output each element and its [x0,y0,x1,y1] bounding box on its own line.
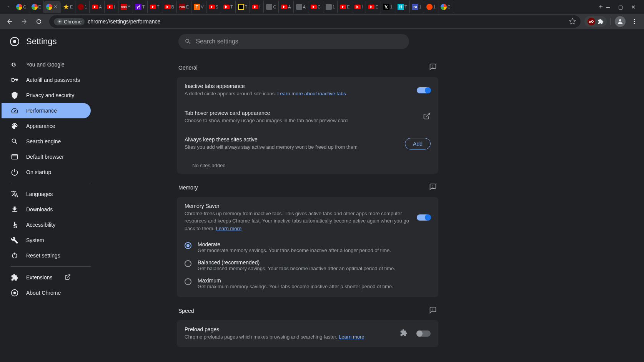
browser-tab[interactable]: T [236,1,250,13]
radio-button[interactable] [185,260,191,267]
memory-option-maximum[interactable]: MaximumGet maximum memory savings. Your … [177,274,438,292]
sidebar-item-default-browser[interactable]: Default browser [2,149,91,164]
browser-tab[interactable]: I [352,1,366,13]
tab-label: 1 [333,5,335,9]
sidebar-item-system[interactable]: System [2,232,91,248]
window-controls: ─ ▢ ✕ [606,4,641,10]
browser-tab[interactable]: y!T [133,1,148,13]
maximize-button[interactable]: ▢ [618,4,623,10]
address-bar[interactable]: Chrome chrome://settings/performance [49,15,581,28]
tab-label: 1 [390,5,393,9]
browser-tab[interactable]: HT [395,1,410,13]
browser-tab[interactable]: E [61,1,75,13]
browser-tab[interactable]: C [438,1,453,13]
browser-tab[interactable]: TV [191,1,206,13]
tab-label: E [347,5,349,9]
sidebar-item-you-and-google[interactable]: GYou and Google [2,57,91,72]
hover-preview-row[interactable]: Tab hover preview card appearance Choose… [177,104,438,131]
minimize-button[interactable]: ─ [606,4,610,10]
reset-icon [11,252,18,259]
browser-tab[interactable]: S✕ [44,1,61,13]
learn-more-link[interactable]: Learn more about inactive tabs [277,91,346,96]
reload-button[interactable] [32,15,45,28]
browser-tab[interactable]: 𝕏1 [381,1,395,13]
browser-tab[interactable]: 1 [75,1,90,13]
browser-tab[interactable]: T [221,1,236,13]
sidebar-item-languages[interactable]: Languages [2,186,91,202]
browser-tab[interactable]: PCWE [177,1,191,13]
profile-button[interactable] [615,16,626,27]
preload-toggle[interactable] [417,330,431,337]
new-tab-button[interactable]: + [596,2,606,12]
sidebar-item-accessibility[interactable]: Accessibility [2,217,91,232]
inactive-tabs-toggle[interactable] [417,87,431,93]
browser-tab[interactable]: CNNY [118,1,133,13]
radio-button[interactable] [185,278,191,285]
feedback-button[interactable] [429,183,437,192]
learn-more-link[interactable]: Learn more [339,334,364,340]
browser-toolbar: Chrome chrome://settings/performance uO [0,14,644,29]
sidebar-item-on-startup[interactable]: On startup [2,164,91,180]
tab-close-button[interactable]: ✕ [54,4,59,10]
radio-title: Maximum [198,277,393,284]
learn-more-link[interactable]: Learn more [216,226,241,231]
tab-favicon-icon [426,4,433,10]
browser-tab[interactable]: B [162,1,177,13]
browser-tab[interactable]: 1 [424,1,438,13]
tab-favicon-icon [238,4,244,10]
browser-tab[interactable]: G [14,1,29,13]
browser-tab[interactable]: A [90,1,104,13]
browser-tab[interactable]: A [279,1,293,13]
browser-tab[interactable]: BI1 [410,1,424,13]
ublock-icon: uO [587,18,595,25]
browser-tab[interactable]: I [250,1,264,13]
speed-icon [11,107,18,115]
sidebar-item-label: Languages [26,191,53,197]
back-button[interactable] [3,15,16,28]
browser-tab[interactable]: E [29,1,44,13]
memory-option-balanced[interactable]: Balanced (recommended)Get balanced memor… [177,256,438,274]
feedback-button[interactable] [429,63,437,72]
feedback-button[interactable] [429,306,437,316]
sidebar-item-appearance[interactable]: Appearance [2,118,91,134]
sidebar-item-autofill-and-passwords[interactable]: Autofill and passwords [2,72,91,88]
sidebar-item-privacy-and-security[interactable]: Privacy and security [2,88,91,103]
browser-tab[interactable]: E [338,1,352,13]
browser-tab[interactable]: 1 [323,1,338,13]
ext-icon [11,274,18,281]
menu-button[interactable] [628,15,641,28]
memory-saver-toggle[interactable] [417,214,431,221]
browser-tab[interactable]: C [264,1,279,13]
radio-button[interactable] [185,242,191,249]
site-chip[interactable]: Chrome [54,18,85,25]
sidebar-item-downloads[interactable]: Downloads [2,202,91,217]
sidebar-item-extensions[interactable]: Extensions [2,270,91,285]
browser-tab[interactable]: S [206,1,221,13]
sidebar-item-label: On startup [26,169,51,175]
tab-label: A [303,5,306,9]
sidebar-item-reset-settings[interactable]: Reset settings [2,248,91,263]
search-settings-input[interactable]: Search settings [178,34,409,49]
browser-tab[interactable]: E [366,1,381,13]
forward-button[interactable] [18,15,31,28]
memory-option-moderate[interactable]: ModerateGet moderate memory savings. You… [177,238,438,256]
sidebar-item-search-engine[interactable]: Search engine [2,134,91,149]
browser-tab[interactable]: T [148,1,162,13]
tab-label: E [38,5,41,9]
sidebar-item-about-chrome[interactable]: About Chrome [2,285,91,301]
content-area: Settings Search settings GYou and Google… [0,29,644,362]
bookmark-button[interactable] [569,18,576,26]
sidebar-item-performance[interactable]: Performance [2,103,91,118]
tabs-dropdown-button[interactable] [3,2,14,12]
chrome-icon [57,19,62,24]
search-placeholder: Search settings [196,38,238,45]
browser-tab[interactable]: I [105,1,118,13]
browser-tab[interactable]: C [308,1,323,13]
site-chip-label: Chrome [64,19,82,25]
sidebar-item-label: Extensions [26,274,52,281]
tab-favicon-icon [16,4,22,10]
close-button[interactable]: ✕ [631,4,636,10]
extensions-pill[interactable]: uO [584,16,607,27]
add-site-button[interactable]: Add [405,138,431,149]
browser-tab[interactable]: A [294,1,308,13]
